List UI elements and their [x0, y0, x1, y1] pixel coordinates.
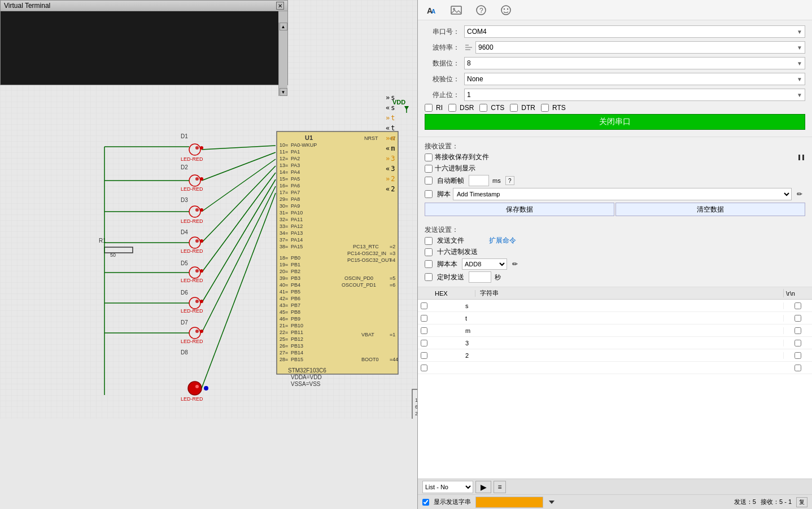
icons-bar: AA ?: [418, 0, 812, 20]
svg-text:19=: 19=: [280, 262, 288, 267]
svg-text:27=: 27=: [280, 350, 288, 356]
timed-send-checkbox[interactable]: [425, 273, 433, 281]
row-5-crlf[interactable]: [794, 352, 801, 359]
send-file-checkbox[interactable]: [425, 237, 433, 245]
bottom-controls: List - No ▶ ≡: [418, 479, 812, 494]
col-crlf-header: \r\n: [784, 290, 812, 297]
parity-select[interactable]: None ▼: [464, 73, 805, 85]
timestamp-checkbox[interactable]: [425, 190, 433, 198]
svg-text:=3: =3: [390, 251, 395, 256]
svg-text:25=: 25=: [280, 336, 288, 342]
row-3-checkbox[interactable]: [421, 327, 427, 334]
hex-display-checkbox[interactable]: [425, 165, 433, 173]
list-no-select[interactable]: List - No: [422, 481, 473, 493]
svg-text:VDDA=VDD: VDDA=VDD: [291, 374, 322, 380]
svg-text:LED-RED: LED-RED: [181, 248, 203, 254]
svg-point-143: [200, 239, 203, 243]
ms-input[interactable]: 20: [469, 175, 489, 186]
cts-checkbox[interactable]: [479, 104, 487, 112]
databits-select[interactable]: 8 ▼: [464, 57, 805, 69]
ms-unit: ms: [492, 177, 501, 184]
svg-point-145: [200, 300, 203, 303]
add8-select[interactable]: ADD8: [462, 258, 507, 270]
log-val-3: t: [391, 113, 395, 123]
image-icon-btn[interactable]: [448, 2, 464, 18]
clear-data-button[interactable]: 清空数据: [615, 203, 805, 216]
ri-checkbox[interactable]: [425, 104, 433, 112]
display-label-checkbox[interactable]: [422, 499, 429, 506]
help-button[interactable]: ?: [505, 176, 514, 185]
svg-text:PA6: PA6: [291, 183, 300, 188]
svg-text:PA15: PA15: [291, 244, 303, 249]
baud-arrow: ▼: [797, 45, 802, 51]
databits-value: 8: [467, 59, 471, 67]
dtr-checkbox[interactable]: [510, 104, 518, 112]
row-2-crlf[interactable]: [794, 315, 801, 322]
dtr-label: DTR: [521, 104, 535, 112]
row-1-crlf[interactable]: [794, 302, 801, 309]
rts-checkbox[interactable]: [541, 104, 549, 112]
row-5-checkbox[interactable]: [421, 352, 427, 359]
vt-close-button[interactable]: ✕: [276, 2, 284, 10]
vt-scroll-down[interactable]: ▼: [280, 88, 287, 96]
row-6-crlf[interactable]: [794, 365, 801, 371]
svg-text:PB13: PB13: [291, 343, 303, 349]
save-data-button[interactable]: 保存数据: [425, 203, 614, 216]
row-4-crlf[interactable]: [794, 340, 801, 346]
pause-icon[interactable]: [797, 153, 805, 161]
help-icon-btn[interactable]: ?: [473, 2, 489, 18]
reset-count-button[interactable]: 复: [796, 497, 807, 507]
send-button[interactable]: ▶: [475, 481, 491, 493]
vt-scroll-up[interactable]: ▲: [280, 23, 287, 30]
row-2-str[interactable]: t: [463, 315, 784, 322]
font-icon-btn[interactable]: AA: [424, 2, 439, 18]
save-file-label: 将接收保存到文件: [435, 152, 489, 162]
stopbits-select[interactable]: 1 ▼: [464, 89, 805, 101]
hex-send-checkbox[interactable]: [425, 248, 433, 256]
svg-text:LED-RED: LED-RED: [181, 308, 203, 314]
vt-screen: [1, 11, 278, 85]
expand-cmd-btn[interactable]: 扩展命令: [489, 236, 516, 245]
log-arrow-4: «: [386, 123, 390, 133]
svg-text:22=: 22=: [280, 330, 288, 335]
encoding-display[interactable]: [475, 497, 543, 508]
timestamp-select[interactable]: Add Timestamp: [453, 188, 792, 200]
row-1-str[interactable]: s: [463, 302, 784, 309]
row-3-str[interactable]: m: [463, 327, 784, 334]
stopbits-value: 1: [467, 91, 471, 99]
vt-scrollbar[interactable]: ▲ ▼: [278, 23, 287, 96]
close-port-button[interactable]: 关闭串口: [425, 114, 805, 130]
stopbits-label: 停止位：: [425, 90, 464, 100]
row-4-checkbox[interactable]: [421, 340, 427, 346]
display-label: 显示发送字串: [434, 498, 471, 506]
log-val-5: m: [391, 133, 395, 143]
svg-point-141: [200, 177, 203, 181]
menu-button[interactable]: ≡: [494, 481, 506, 493]
timestamp-edit-btn[interactable]: ✏: [794, 188, 805, 200]
footer-script-checkbox[interactable]: [425, 260, 433, 268]
svg-point-107: [195, 269, 199, 273]
row-4-str[interactable]: 3: [463, 340, 784, 346]
svg-text:PA14: PA14: [291, 237, 303, 243]
svg-text:PA0-WKUP: PA0-WKUP: [291, 142, 317, 148]
svg-text:LED-RED: LED-RED: [181, 396, 203, 402]
row-2-checkbox[interactable]: [421, 315, 427, 322]
timed-value-input[interactable]: 1.0: [469, 271, 491, 283]
auto-frame-checkbox[interactable]: [425, 177, 433, 185]
script-edit-btn[interactable]: ✏: [509, 258, 521, 270]
svg-text:PA7: PA7: [291, 190, 300, 195]
row-3-crlf[interactable]: [794, 327, 801, 334]
svg-text:PA4: PA4: [291, 169, 300, 175]
emoji-icon-btn[interactable]: [498, 2, 514, 18]
row-6-checkbox[interactable]: [421, 365, 427, 371]
row-5-str[interactable]: 2: [463, 352, 784, 359]
log-arrow-2: «: [386, 103, 390, 113]
log-val-2: s: [391, 103, 395, 113]
port-select[interactable]: COM4 ▼: [464, 25, 805, 38]
baud-select[interactable]: 9600 ▼: [475, 41, 805, 54]
save-file-checkbox[interactable]: [425, 153, 433, 161]
databits-arrow: ▼: [797, 60, 802, 67]
port-arrow: ▼: [797, 29, 802, 35]
row-1-checkbox[interactable]: [421, 302, 427, 309]
dsr-checkbox[interactable]: [448, 104, 456, 112]
